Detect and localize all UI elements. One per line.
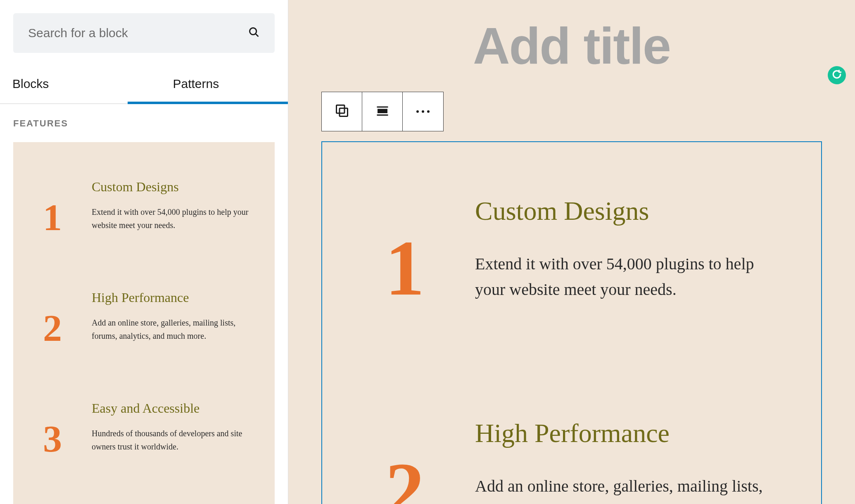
more-options-button[interactable] <box>403 92 443 131</box>
feature-description: Add an online store, galleries, mailing … <box>92 316 254 342</box>
feature-description[interactable]: Extend it with over 54,000 plugins to he… <box>475 251 763 302</box>
feature-title[interactable]: Custom Designs <box>475 196 763 226</box>
selected-group-block[interactable]: 1 Custom Designs Extend it with over 54,… <box>321 141 822 504</box>
feature-body: Custom Designs Extend it with over 54,00… <box>92 179 254 232</box>
feature-body: Easy and Accessible Hundreds of thousand… <box>92 401 254 453</box>
list-item: 2 High Performance Add an online store, … <box>380 418 763 504</box>
group-icon <box>335 103 349 120</box>
feature-description[interactable]: Add an online store, galleries, mailing … <box>475 473 763 504</box>
feature-body: High Performance Add an online store, ga… <box>475 418 763 504</box>
page-title-placeholder[interactable]: Add title <box>313 17 830 75</box>
grammarly-badge[interactable] <box>828 66 846 84</box>
feature-description: Hundreds of thousands of developers and … <box>92 427 254 453</box>
svg-rect-3 <box>340 108 348 116</box>
block-inserter-sidebar: Blocks Patterns FEATURES 1 Custom Design… <box>0 0 288 504</box>
ellipsis-icon <box>416 110 430 113</box>
feature-number[interactable]: 1 <box>380 235 430 302</box>
feature-description: Extend it with over 54,000 plugins to he… <box>92 205 254 232</box>
list-item: 3 Easy and Accessible Hundreds of thousa… <box>34 401 254 458</box>
search-bar[interactable] <box>13 13 275 53</box>
list-item: 1 Custom Designs Extend it with over 54,… <box>34 179 254 236</box>
editor-canvas[interactable]: Add title 1 Custom Designs Extend it wit… <box>288 0 855 504</box>
feature-title: Easy and Accessible <box>92 401 254 416</box>
feature-title: High Performance <box>92 290 254 305</box>
feature-number: 1 <box>34 198 71 236</box>
search-input[interactable] <box>28 26 248 40</box>
block-type-button[interactable] <box>322 92 362 131</box>
search-container <box>0 0 288 53</box>
inserter-tabs: Blocks Patterns <box>0 63 288 104</box>
feature-body: High Performance Add an online store, ga… <box>92 290 254 342</box>
feature-number: 3 <box>34 420 71 458</box>
align-button[interactable] <box>362 92 403 131</box>
feature-number: 2 <box>34 309 71 347</box>
feature-title[interactable]: High Performance <box>475 418 763 449</box>
align-icon <box>375 103 390 120</box>
list-item: 2 High Performance Add an online store, … <box>34 290 254 347</box>
feature-title: Custom Designs <box>92 179 254 195</box>
list-item: 1 Custom Designs Extend it with over 54,… <box>380 196 763 302</box>
pattern-category-label: FEATURES <box>0 104 288 137</box>
tab-blocks[interactable]: Blocks <box>0 63 128 103</box>
grammarly-icon <box>831 69 842 81</box>
svg-point-0 <box>250 28 256 35</box>
svg-rect-2 <box>336 105 344 114</box>
block-toolbar <box>321 92 444 131</box>
feature-body: Custom Designs Extend it with over 54,00… <box>475 196 763 302</box>
svg-rect-5 <box>378 109 387 113</box>
tab-patterns[interactable]: Patterns <box>128 63 288 103</box>
pattern-preview-card[interactable]: 1 Custom Designs Extend it with over 54,… <box>13 142 275 504</box>
feature-number[interactable]: 2 <box>380 457 430 504</box>
svg-line-1 <box>256 34 259 37</box>
search-icon <box>248 26 260 40</box>
